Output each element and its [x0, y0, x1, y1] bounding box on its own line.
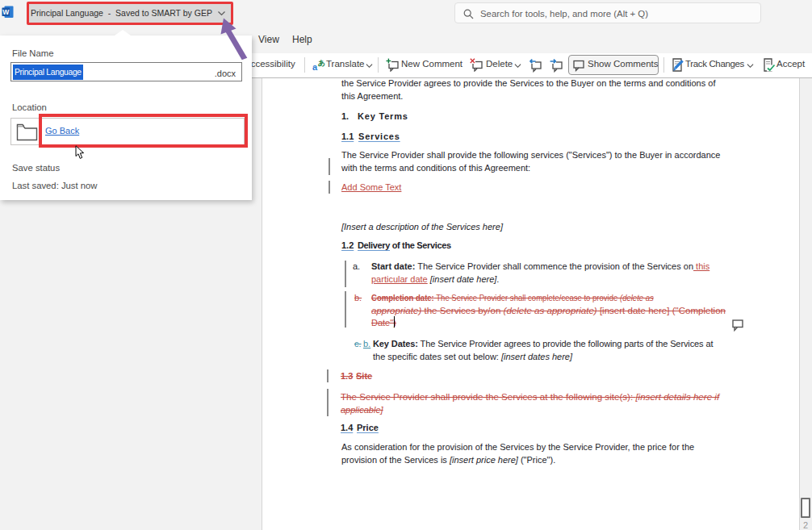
svg-text:あ: あ: [318, 59, 325, 67]
svg-text:W: W: [2, 8, 10, 16]
svg-text:a: a: [312, 62, 318, 71]
